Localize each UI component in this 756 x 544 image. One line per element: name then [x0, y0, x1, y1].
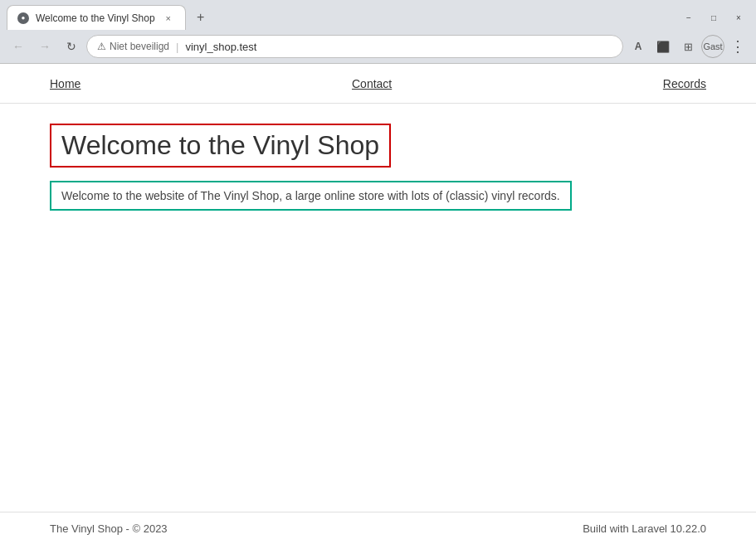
- extensions-button[interactable]: ⊞: [676, 35, 700, 58]
- close-button[interactable]: ×: [728, 8, 749, 27]
- nav-contact[interactable]: Contact: [352, 77, 392, 90]
- new-tab-button[interactable]: +: [189, 6, 212, 29]
- extensions-icon: ⊞: [684, 41, 693, 53]
- main-content: Welcome to the Vinyl Shop Welcome to the…: [0, 104, 756, 512]
- browser-tab[interactable]: ● Welcome to the Vinyl Shop ×: [7, 5, 186, 30]
- nav-home[interactable]: Home: [50, 77, 80, 90]
- description-text: Welcome to the website of The Vinyl Shop…: [61, 189, 560, 202]
- footer-right: Build with Laravel 10.22.0: [583, 522, 706, 535]
- forward-button[interactable]: →: [33, 35, 56, 58]
- menu-button[interactable]: ⋮: [726, 35, 749, 58]
- page-content: Home Contact Records Welcome to the Viny…: [0, 64, 756, 544]
- address-bar: ← → ↻ ⚠ Niet beveiligd | vinyl_shop.test…: [0, 30, 756, 63]
- description-box: Welcome to the website of The Vinyl Shop…: [50, 181, 572, 211]
- url-separator: |: [176, 41, 178, 53]
- page-title: Welcome to the Vinyl Shop: [61, 130, 379, 161]
- site-footer: The Vinyl Shop - © 2023 Build with Larav…: [0, 512, 756, 544]
- not-secure-label: Niet beveiligd: [110, 41, 169, 52]
- reload-button[interactable]: ↻: [60, 35, 83, 58]
- address-input[interactable]: ⚠ Niet beveiligd | vinyl_shop.test: [86, 35, 623, 58]
- title-bar-left: ● Welcome to the Vinyl Shop × +: [7, 5, 212, 30]
- profile-button[interactable]: Gast: [701, 35, 724, 58]
- cast-icon: ⬛: [656, 41, 670, 53]
- window-controls: − □ ×: [678, 8, 749, 27]
- title-box: Welcome to the Vinyl Shop: [50, 124, 391, 168]
- browser-chrome: ● Welcome to the Vinyl Shop × + − □ × ← …: [0, 0, 756, 64]
- site-nav: Home Contact Records: [0, 64, 756, 104]
- cast-button[interactable]: ⬛: [651, 35, 675, 58]
- tab-close-button[interactable]: ×: [162, 12, 175, 25]
- nav-records[interactable]: Records: [663, 77, 706, 90]
- warning-icon: ⚠: [97, 41, 106, 52]
- toolbar-right: A ⬛ ⊞ Gast ⋮: [627, 35, 749, 58]
- translate-button[interactable]: A: [627, 35, 650, 58]
- not-secure-indicator: ⚠ Niet beveiligd: [97, 41, 169, 52]
- footer-left: The Vinyl Shop - © 2023: [50, 522, 168, 535]
- title-bar: ● Welcome to the Vinyl Shop × + − □ ×: [0, 0, 756, 30]
- minimize-button[interactable]: −: [678, 8, 700, 27]
- tab-title: Welcome to the Vinyl Shop: [36, 12, 155, 24]
- back-button[interactable]: ←: [7, 35, 30, 58]
- maximize-button[interactable]: □: [703, 8, 724, 27]
- url-display: vinyl_shop.test: [185, 41, 256, 53]
- tab-favicon: ●: [17, 12, 29, 24]
